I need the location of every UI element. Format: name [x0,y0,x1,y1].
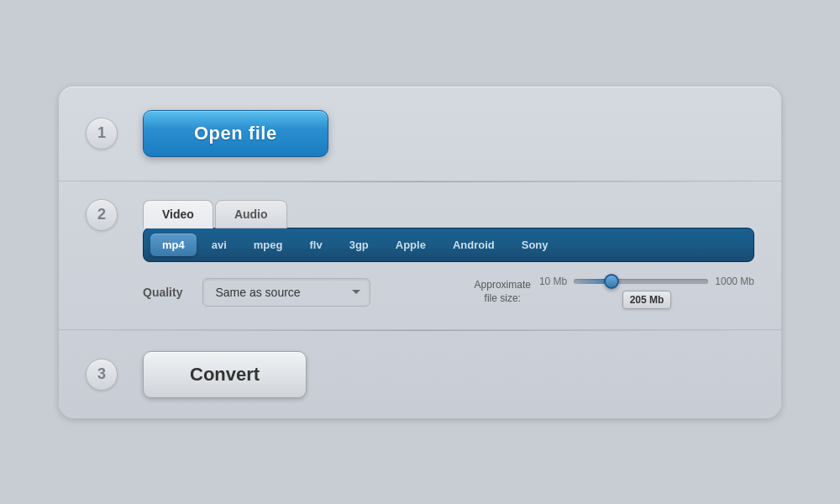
slider-container: 10 Mb 1000 Mb 205 Mb [539,276,754,309]
slider-value-bubble: 205 Mb [622,291,672,309]
format-android[interactable]: Android [441,234,507,256]
open-file-button[interactable]: Open file [143,110,328,157]
step-number-1: 1 [86,118,118,150]
slider-max-label: 1000 Mb [715,276,754,287]
format-apple[interactable]: Apple [384,234,438,256]
tab-video[interactable]: Video [143,200,213,228]
section-open-file: 1 Open file [59,87,781,181]
section2-inner: 2 Video Audio mp4 avi mpeg flv 3gp Apple… [86,199,754,309]
format-avi[interactable]: avi [200,234,239,256]
format-3gp[interactable]: 3gp [338,234,381,256]
filesize-area: Approximatefile size: 10 Mb 1000 Mb 205 … [475,276,754,309]
convert-button[interactable]: Convert [143,351,307,398]
media-type-tabs: Video Audio [143,199,754,228]
filesize-label: Approximatefile size: [475,279,531,305]
format-sony[interactable]: Sony [510,234,560,256]
section-convert: 3 Convert [59,331,781,418]
quality-row: Quality Same as source High Medium Low A… [143,276,754,309]
format-mpeg[interactable]: mpeg [242,234,295,256]
step-number-2: 2 [86,199,118,231]
format-bar: mp4 avi mpeg flv 3gp Apple Android Sony [143,228,754,262]
slider-thumb[interactable] [604,274,619,289]
main-container: 1 Open file 2 Video Audio mp4 avi mpeg f… [59,87,781,418]
step-number-3: 3 [86,359,118,391]
section2-content: Video Audio mp4 avi mpeg flv 3gp Apple A… [143,199,754,309]
format-flv[interactable]: flv [297,234,333,256]
format-mp4[interactable]: mp4 [150,234,197,256]
quality-label: Quality [143,286,182,299]
tab-audio[interactable]: Audio [215,200,287,228]
quality-select[interactable]: Same as source High Medium Low [202,278,370,307]
slider-track[interactable] [574,279,708,284]
slider-min-label: 10 Mb [539,276,567,287]
slider-track-area: 10 Mb 1000 Mb [539,276,754,287]
section-format: 2 Video Audio mp4 avi mpeg flv 3gp Apple… [59,182,781,330]
